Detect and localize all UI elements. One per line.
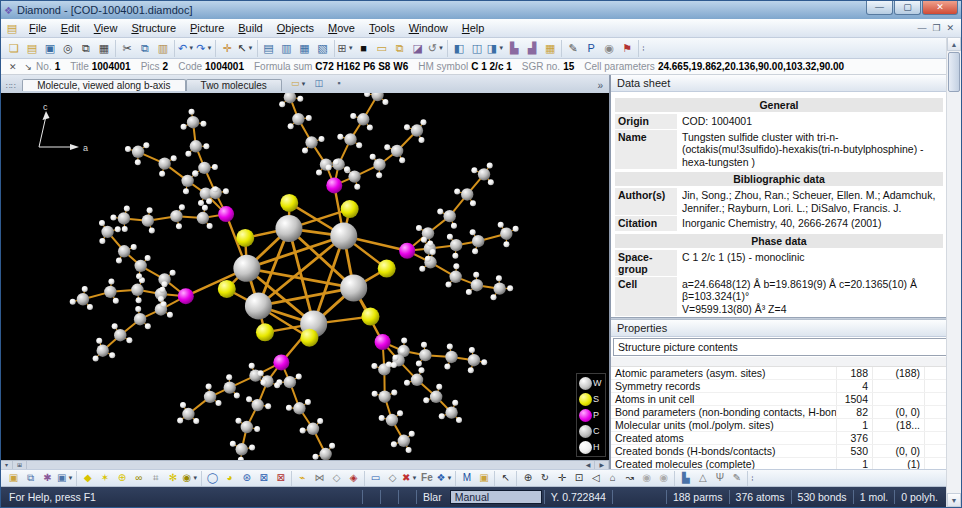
tools-red-button[interactable]: ⚑	[618, 40, 636, 57]
menu-move[interactable]: Move	[321, 20, 362, 36]
table-view-button[interactable]: ▦	[541, 40, 559, 57]
measure-triangle-button[interactable]: △	[694, 471, 711, 486]
annotate-button[interactable]: ✎	[728, 471, 745, 486]
property-row[interactable]: Molecular units (mol./polym. sites)1(18.…	[611, 419, 946, 432]
property-row[interactable]: Created molecules (complete)1(1)	[611, 458, 946, 469]
add-bond-button[interactable]: ⊕	[113, 471, 130, 486]
structure-picture-button[interactable]: ▣	[5, 471, 22, 486]
add-atom-button[interactable]: ◆	[79, 471, 96, 486]
copy-picture-button[interactable]: ⧉	[391, 40, 409, 57]
auto-connect-button[interactable]: ∞	[130, 471, 147, 486]
mdi-minimize-button[interactable]: —	[917, 23, 926, 33]
tab-grid-button[interactable]: ⊞	[13, 461, 27, 469]
dropdown-arrow-icon[interactable]: ▼	[206, 45, 212, 51]
new-picture-tab-button[interactable]: ▭▼	[290, 75, 308, 92]
close-infobar-icon[interactable]: ✕	[5, 62, 21, 72]
menu-edit[interactable]: Edit	[54, 20, 87, 36]
menu-tools[interactable]: Tools	[362, 20, 402, 36]
picture-tab[interactable]: Molecule, viewed along b-axis	[22, 79, 185, 91]
property-row[interactable]: Created atoms376	[611, 432, 946, 445]
open-document-button[interactable]: ▤	[23, 40, 41, 57]
select-pointer-button[interactable]: ↖▼	[236, 40, 254, 57]
picture-view-1-button[interactable]: ▤	[260, 40, 278, 57]
cell-edges-button[interactable]: ◇	[384, 471, 401, 486]
dropdown-arrow-icon[interactable]: ▼	[446, 475, 452, 481]
fill-cell-button[interactable]: ❖▼	[435, 471, 453, 486]
table-grid-button[interactable]: ⊞▼	[337, 40, 355, 57]
picture-settings-button[interactable]: ▣	[475, 471, 492, 486]
measure-path-button[interactable]: Ψ	[711, 471, 728, 486]
dropdown-arrow-icon[interactable]: ▼	[188, 45, 194, 51]
copy-button[interactable]: ⧉	[136, 40, 154, 57]
menu-help[interactable]: Help	[455, 20, 492, 36]
cut-button[interactable]: ✂	[118, 40, 136, 57]
molecule-builder-button[interactable]: ✻	[164, 471, 181, 486]
unit-cell-box-button[interactable]: ▭	[367, 471, 384, 486]
structure-picture-black-button[interactable]: ■	[355, 40, 373, 57]
move-view-button[interactable]: ✛	[553, 471, 570, 486]
mdi-close-button[interactable]: ✕	[946, 23, 954, 33]
pov-picture-button[interactable]: ◪	[409, 40, 427, 57]
zoom-fit-button[interactable]: ⊡	[570, 471, 587, 486]
print-preview-button[interactable]: ⧉	[77, 40, 95, 57]
toolbar-options-handle[interactable]: ⁞	[748, 474, 756, 483]
atom-style-segment-button[interactable]: ⊛	[238, 471, 255, 486]
packing-range-button[interactable]: ⊠	[255, 471, 272, 486]
picture-tab[interactable]: Two molecules	[186, 79, 282, 91]
dropdown-arrow-icon[interactable]: ▼	[498, 45, 504, 51]
build-lattice-button[interactable]: ⌗	[147, 471, 164, 486]
properties-selector[interactable]: Structure picture contents ▼	[613, 338, 959, 356]
menu-picture[interactable]: Picture	[183, 20, 231, 36]
picture-wizard-button[interactable]: ✱	[39, 471, 56, 486]
atom-style-filled-button[interactable]: ◕	[221, 471, 238, 486]
menu-window[interactable]: Window	[402, 20, 455, 36]
camera-2-button[interactable]: ◉	[655, 471, 672, 486]
maximize-button[interactable]: ▢	[894, 1, 921, 15]
menu-view[interactable]: View	[87, 20, 125, 36]
dropdown-arrow-icon[interactable]: ▼	[192, 475, 198, 481]
picture-copy-button[interactable]: ⧉	[22, 471, 39, 486]
menu-structure[interactable]: Structure	[124, 20, 183, 36]
camera-1-button[interactable]: ◉	[638, 471, 655, 486]
print-button[interactable]: ▦	[95, 40, 113, 57]
property-row[interactable]: Atomic parameters (asym. sites)188(188)	[611, 367, 946, 380]
picture-view-4-button[interactable]: ▧	[314, 40, 332, 57]
picture-view-2-button[interactable]: ▥	[278, 40, 296, 57]
new-document-button[interactable]: ❏	[5, 40, 23, 57]
rotate-view-button[interactable]: ↻	[536, 471, 553, 486]
diagram-powder-button[interactable]: ▙	[505, 40, 523, 57]
molecule-rendering[interactable]	[1, 93, 609, 460]
tab-scroll-right[interactable]: ▶	[595, 461, 609, 469]
walk-through-button[interactable]: ↝	[621, 471, 638, 486]
picture-view-3-button[interactable]: ▦	[296, 40, 314, 57]
goto-record-icon[interactable]: ↘	[21, 62, 37, 72]
view-home-button[interactable]: ⌂	[604, 471, 621, 486]
dropdown-arrow-icon[interactable]: ▼	[411, 475, 417, 481]
title-bar[interactable]: ❖ Diamond - [COD-1004001.diamdoc] — ▢ ✕	[1, 1, 961, 19]
tab-scroll-left[interactable]: ◀	[582, 461, 596, 469]
mdi-restore-button[interactable]: ❐	[932, 23, 940, 33]
measure-mode-button[interactable]: M	[458, 471, 475, 486]
find-binoculars-button[interactable]: ◎	[59, 40, 77, 57]
menu-file[interactable]: File	[22, 20, 54, 36]
center-view-button[interactable]: ⊕	[519, 471, 536, 486]
property-row[interactable]: Atoms in unit cell1504	[611, 393, 946, 406]
property-row[interactable]: Created bonds (H-bonds/contacts)530(0, 0…	[611, 445, 946, 458]
bond-style-button[interactable]: ⌁	[294, 471, 311, 486]
properties-scrollbar[interactable]: ▲▼	[946, 37, 961, 507]
dropdown-arrow-icon[interactable]: ▼	[348, 45, 354, 51]
pan-hand-button[interactable]: ✛	[218, 40, 236, 57]
atom-style-circle-button[interactable]: ◯	[204, 471, 221, 486]
redo-button[interactable]: ↷▼	[195, 40, 213, 57]
properties-table[interactable]: Atomic parameters (asym. sites)188(188)S…	[611, 367, 946, 469]
property-row[interactable]: Symmetry records4	[611, 380, 946, 393]
layout-picture-button[interactable]: ◨▼	[486, 40, 505, 57]
coordination-sphere-button[interactable]: ◉▼	[181, 471, 199, 486]
save-document-button[interactable]: ▣	[41, 40, 59, 57]
tab-menu-dropdown[interactable]: ▾	[1, 461, 13, 469]
layout-split-button[interactable]: ◫	[468, 40, 486, 57]
properties-header[interactable]: Properties ✕	[611, 320, 961, 337]
minimize-button[interactable]: —	[866, 1, 893, 15]
diagram-distance-button[interactable]: ▟	[523, 40, 541, 57]
picture-mode-button[interactable]: ▣▼	[56, 471, 74, 486]
